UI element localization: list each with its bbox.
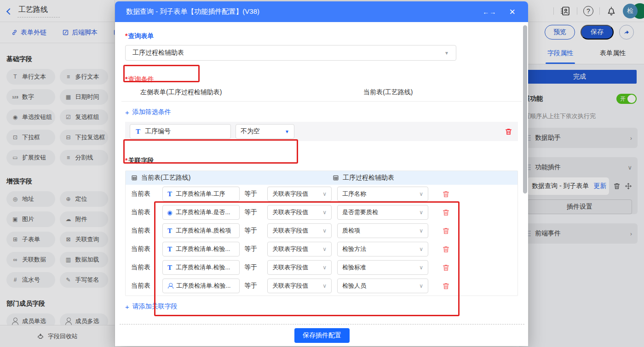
condition-operator-value: 不为空: [241, 127, 260, 136]
trash-icon: [505, 128, 512, 136]
assoc-row-delete-button[interactable]: [442, 264, 450, 272]
assoc-row-delete-button[interactable]: [442, 282, 450, 290]
assoc-row-delete-button[interactable]: [442, 190, 450, 198]
divider: [121, 101, 522, 102]
trash-icon: [442, 209, 450, 216]
assoc-left-field[interactable]: T工序质检清单.质检项: [162, 223, 240, 238]
operator-label: 等于: [244, 282, 257, 290]
row-current-table-label: 当前表: [131, 190, 162, 198]
operator-label: 等于: [244, 227, 257, 235]
modal-body: *查询表单 工序过程检辅助表 ▼ *查询条件 左侧表单(工序过程检辅助表) 当前…: [115, 22, 528, 325]
assoc-right-field-select[interactable]: 工序名称∨: [337, 187, 428, 201]
query-form-select[interactable]: 工序过程检辅助表 ▼: [125, 45, 456, 61]
assoc-row: 当前表 T工序质检清单.检验... 等于 关联表字段值∨ 检验方法∨: [126, 240, 518, 258]
chevron-down-icon: ∨: [419, 283, 423, 289]
trash-icon: [442, 245, 450, 253]
assoc-right-field-select[interactable]: 检验人员∨: [337, 279, 428, 293]
operator-label: 等于: [244, 263, 257, 272]
text-type-icon: T: [135, 128, 141, 135]
chevron-down-icon: ∨: [322, 191, 327, 197]
assoc-row: 当前表 T工序质检清单.检验... 等于 关联表字段值∨ 检验标准∨: [126, 258, 518, 277]
required-asterisk: *: [125, 157, 127, 164]
required-asterisk: *: [125, 75, 127, 83]
modal-footer: 保存插件配置: [120, 324, 524, 346]
add-filter-link[interactable]: + 添加筛选条件: [125, 108, 171, 116]
assoc-value-type-select[interactable]: 关联表字段值∨: [267, 260, 332, 275]
assoc-row: 当前表 ◉工序质检清单.是否... 等于 关联表字段值∨ 是否需要质检∨: [126, 203, 518, 222]
condition-operator-select[interactable]: 不为空 ▼: [236, 124, 294, 139]
text-type-icon: T: [167, 228, 172, 234]
add-assoc-field-link[interactable]: + 请添加关联字段: [125, 302, 178, 311]
row-current-table-label: 当前表: [131, 282, 162, 290]
row-current-table-label: 当前表: [131, 208, 162, 216]
assoc-row: 当前表 工序质检清单.检验... 等于 关联表字段值∨ 检验人员∨: [126, 277, 518, 295]
chevron-down-icon: ∨: [419, 264, 423, 271]
chevron-down-icon: ∨: [322, 264, 327, 271]
assoc-right-field-select[interactable]: 检验标准∨: [337, 260, 428, 275]
assoc-value-type-select[interactable]: 关联表字段值∨: [267, 223, 332, 238]
query-form-label: *查询表单: [125, 32, 518, 40]
close-icon[interactable]: ×: [509, 7, 515, 17]
assoc-right-field-select[interactable]: 是否需要质检∨: [337, 205, 428, 220]
modal-header: 数据查询 - 到子表单【功能插件配置】(V38) ←→ ×: [115, 1, 528, 22]
assoc-value-type-select[interactable]: 关联表字段值∨: [267, 242, 332, 256]
assoc-row: 当前表 T工序质检清单.质检项 等于 关联表字段值∨ 质检项∨: [126, 222, 518, 240]
save-plugin-config-button[interactable]: 保存插件配置: [294, 328, 350, 343]
modal-title: 数据查询 - 到子表单【功能插件配置】(V38): [126, 7, 483, 16]
table-icon: [131, 175, 138, 181]
chevron-down-icon: ∨: [322, 209, 327, 216]
chevron-down-icon: ∨: [419, 228, 423, 234]
assoc-table-header: 当前表(工艺路线) 工序过程检辅助表: [126, 171, 518, 185]
trash-icon: [442, 264, 450, 272]
plus-icon: +: [125, 108, 129, 116]
chevron-down-icon: ∨: [322, 283, 327, 289]
assoc-right-field-select[interactable]: 质检项∨: [337, 223, 428, 238]
table-icon: [333, 175, 339, 181]
condition-col-right: 当前表(工艺路线): [363, 88, 413, 97]
condition-field-input[interactable]: T 工序编号: [130, 124, 231, 139]
condition-row: T 工序编号 不为空 ▼: [125, 122, 518, 141]
operator-label: 等于: [244, 208, 257, 216]
assoc-table: 当前表(工艺路线) 工序过程检辅助表 当前表 T工序质检清单.工序 等于 关联表…: [125, 171, 518, 296]
assoc-fields-label: *关联字段: [125, 157, 518, 165]
assoc-row-delete-button[interactable]: [442, 209, 450, 216]
expand-icon[interactable]: ←→: [483, 8, 496, 16]
assoc-value-type-select[interactable]: 关联表字段值∨: [267, 187, 332, 201]
operator-label: 等于: [244, 245, 257, 253]
condition-delete-button[interactable]: [505, 128, 512, 136]
assoc-row-delete-button[interactable]: [442, 245, 450, 253]
chevron-down-icon: ∨: [419, 191, 423, 197]
assoc-left-field[interactable]: 工序质检清单.检验...: [162, 279, 240, 293]
assoc-row: 当前表 T工序质检清单.工序 等于 关联表字段值∨ 工序名称∨: [126, 185, 518, 203]
query-form-value: 工序过程检辅助表: [132, 49, 184, 57]
text-type-icon: T: [167, 191, 172, 198]
operator-label: 等于: [244, 190, 257, 198]
assoc-value-type-select[interactable]: 关联表字段值∨: [267, 205, 332, 220]
required-asterisk: *: [125, 32, 127, 40]
chevron-down-icon: ∨: [322, 228, 327, 234]
row-current-table-label: 当前表: [131, 227, 162, 235]
assoc-left-field[interactable]: ◉工序质检清单.是否...: [162, 205, 240, 220]
assoc-head-right: 工序过程检辅助表: [343, 174, 394, 182]
text-type-icon: T: [167, 264, 172, 271]
chevron-down-icon: ∨: [419, 209, 423, 216]
assoc-left-field[interactable]: T工序质检清单.检验...: [162, 242, 240, 256]
chevron-down-icon: ∨: [419, 246, 423, 252]
assoc-value-type-select[interactable]: 关联表字段值∨: [267, 279, 332, 293]
row-current-table-label: 当前表: [131, 263, 162, 272]
assoc-left-field[interactable]: T工序质检清单.检验...: [162, 260, 240, 275]
assoc-head-left: 当前表(工艺路线): [141, 174, 190, 182]
plus-icon: +: [125, 303, 129, 311]
trash-icon: [442, 282, 450, 290]
caret-down-icon: ▼: [444, 51, 449, 56]
assoc-left-field[interactable]: T工序质检清单.工序: [162, 187, 240, 201]
modal-scrollbar-thumb[interactable]: [523, 25, 527, 193]
text-type-icon: T: [167, 246, 172, 253]
trash-icon: [442, 227, 450, 235]
condition-field-value: 工序编号: [145, 127, 171, 136]
condition-col-left: 左侧表单(工序过程检辅助表): [140, 88, 363, 97]
assoc-right-field-select[interactable]: 检验方法∨: [337, 242, 428, 256]
radio-type-icon: ◉: [167, 209, 172, 216]
caret-down-icon: ▼: [285, 129, 289, 134]
assoc-row-delete-button[interactable]: [442, 227, 450, 235]
